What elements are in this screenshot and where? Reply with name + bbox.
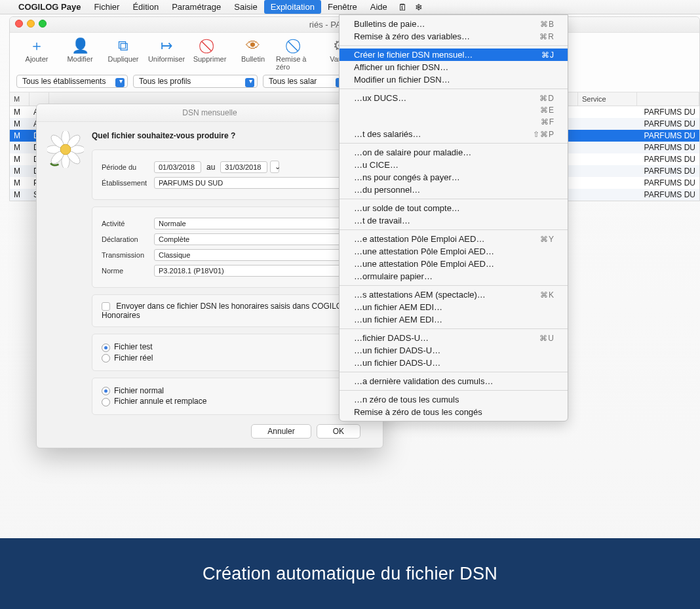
menu-item[interactable]: …ormulaire papier…	[340, 270, 568, 283]
menu-separator	[340, 328, 568, 329]
menu-parametrage[interactable]: Paramétrage	[165, 0, 227, 14]
toolbar-ajouter[interactable]: ＋Ajouter	[16, 37, 57, 71]
menu-item[interactable]: Créer le fichier DSN mensuel…⌘J	[340, 49, 568, 61]
uniform-icon: ↦	[161, 37, 172, 55]
toolbar-bulletin[interactable]: 👁Bulletin	[233, 37, 273, 71]
calendar-icon[interactable]: 🗓	[394, 0, 411, 14]
menu-separator	[340, 199, 568, 199]
menu-item[interactable]: …un fichier DADS-U…	[340, 357, 568, 369]
card-fichier-mode: Fichier test Fichier réel	[92, 334, 372, 371]
toolbar-dupliquer[interactable]: ⧉Dupliquer	[103, 37, 144, 71]
radio-annule[interactable]	[102, 398, 110, 406]
combo-etablissement[interactable]: PARFUMS DU SUD	[154, 177, 362, 189]
menu-item[interactable]: …fichier DADS-U…⌘U	[340, 332, 568, 344]
toolbar-remise à zéro[interactable]: ⃠Remise à zéro	[276, 37, 317, 71]
menu-item[interactable]: …s attestations AEM (spectacle)…⌘K	[340, 288, 568, 301]
toolbar-label: Remise à zéro	[276, 55, 317, 71]
caption-text: Création automatique du fichier DSN	[203, 564, 497, 584]
menu-item[interactable]: …e attestation Pôle Emploi AED…⌘Y	[340, 233, 568, 245]
menu-aide[interactable]: Aide	[364, 0, 394, 14]
menu-item[interactable]: …t des salariés…⇧⌘P	[340, 128, 568, 140]
card-fichier-type: Fichier normal Fichier annule et remplac…	[92, 378, 372, 415]
periode-dropdown-icon[interactable]: ⌄	[270, 161, 279, 173]
combo-transmission[interactable]: Classique	[154, 249, 362, 261]
menu-item[interactable]: ⌘F	[340, 116, 568, 128]
person-icon: 👤	[71, 37, 89, 55]
card-periode: Période du 01/03/2018 au 31/03/2018 ⌄ Ét…	[92, 149, 372, 200]
label-transmission: Transmission	[102, 251, 154, 259]
combo-activite[interactable]: Normale	[154, 218, 362, 229]
label-annule: Fichier annule et remplace	[114, 397, 206, 406]
label-etablissement: Établissement	[102, 179, 154, 187]
exploitation-menu: Bulletins de paie…⌘BRemise à zéro des va…	[339, 14, 568, 422]
dialog-heading: Quel fichier souhaitez-vous produire ?	[92, 131, 372, 140]
toolbar-label: Supprimer	[193, 55, 227, 63]
menu-fichier[interactable]: Fichier	[87, 0, 126, 14]
menu-item[interactable]: …ux DUCS…⌘D	[340, 92, 568, 104]
duplicate-icon: ⧉	[118, 37, 128, 55]
caption-banner: Création automatique du fichier DSN	[0, 538, 700, 609]
header-service[interactable]: Service	[578, 92, 637, 106]
flower-icon	[47, 131, 84, 168]
combo-norme[interactable]: P3.2018.1 (P18V01)	[154, 265, 362, 277]
plus-icon: ＋	[29, 37, 44, 55]
toolbar-label: Bulletin	[241, 55, 265, 63]
label-reel: Fichier réel	[114, 353, 153, 363]
eye-icon: 👁	[246, 37, 260, 55]
menu-item[interactable]: …du personnel…	[340, 184, 568, 196]
app-name[interactable]: COGILOG Paye	[12, 0, 87, 14]
radio-test[interactable]	[102, 344, 110, 352]
menu-exploitation[interactable]: Exploitation	[264, 0, 321, 14]
toolbar-label: Uniformiser	[148, 55, 185, 63]
menu-item[interactable]: …une attestation Pôle Emploi AED…	[340, 258, 568, 270]
menu-edition[interactable]: Édition	[126, 0, 165, 14]
menu-item[interactable]: …un fichier DADS-U…	[340, 344, 568, 357]
menu-item[interactable]: ⌘E	[340, 104, 568, 116]
radio-normal[interactable]	[102, 387, 110, 395]
menu-separator	[340, 390, 568, 391]
menu-item[interactable]: Modifier un fichier DSN…	[340, 73, 568, 86]
label-test: Fichier test	[114, 342, 153, 351]
menu-item[interactable]: …un fichier AEM EDI…	[340, 313, 568, 326]
cancel-button[interactable]: Annuler	[251, 424, 311, 439]
input-periode-from[interactable]: 01/03/2018	[154, 161, 201, 173]
dsn-dialog: DSN mensuelle Quel fichier souhaitez-vou…	[36, 104, 383, 448]
menu-item[interactable]: …un fichier AEM EDI…	[340, 301, 568, 313]
menu-item[interactable]: …on de salaire pour maladie…	[340, 146, 568, 159]
snowflake-icon[interactable]: ❄︎	[411, 0, 427, 14]
radio-reel[interactable]	[102, 354, 110, 363]
menu-separator	[340, 45, 568, 46]
filter-etablissements[interactable]: Tous les établissements	[16, 75, 128, 88]
menu-item[interactable]: …une attestation Pôle Emploi AED…	[340, 245, 568, 258]
filter-profils[interactable]: Tous les profils	[133, 75, 258, 88]
label-periode: Période du	[102, 163, 154, 171]
menu-item[interactable]: …a dernière validation des cumuls…	[340, 375, 568, 387]
checkbox-honoraires[interactable]	[102, 302, 110, 311]
toolbar-modifier[interactable]: 👤Modifier	[60, 37, 100, 71]
header-m[interactable]: M	[10, 92, 29, 106]
toolbar-label: Ajouter	[26, 55, 49, 63]
menu-item[interactable]: …ns pour congés à payer…	[340, 171, 568, 184]
menu-separator	[340, 285, 568, 286]
menu-separator	[340, 143, 568, 144]
menu-separator	[340, 229, 568, 230]
menu-item[interactable]: …n zéro de tous les cumuls	[340, 393, 568, 406]
menu-separator	[340, 372, 568, 372]
menu-item[interactable]: Bulletins de paie…⌘B	[340, 18, 568, 30]
label-normal: Fichier normal	[114, 386, 164, 395]
label-activite: Activité	[102, 220, 154, 227]
menu-item[interactable]: …t de travail…	[340, 214, 568, 227]
toolbar-uniformiser[interactable]: ↦Uniformiser	[146, 37, 187, 71]
menu-item[interactable]: …ur solde de tout compte…	[340, 202, 568, 214]
toolbar-supprimer[interactable]: ⃠Supprimer	[189, 37, 230, 71]
input-periode-to[interactable]: 31/03/2018	[220, 161, 267, 173]
menu-saisie[interactable]: Saisie	[227, 0, 263, 14]
menu-item[interactable]: Remise à zéro de tous les congés	[340, 406, 568, 418]
menu-item[interactable]: Afficher un fichier DSN…	[340, 61, 568, 73]
filter-salaries[interactable]: Tous les salar	[263, 75, 348, 88]
ok-button[interactable]: OK	[317, 424, 360, 439]
menu-item[interactable]: …u CICE…	[340, 159, 568, 171]
menu-fenetre[interactable]: Fenêtre	[321, 0, 364, 14]
combo-declaration[interactable]: Complète	[154, 233, 362, 245]
menu-item[interactable]: Remise à zéro des variables…⌘R	[340, 30, 568, 43]
